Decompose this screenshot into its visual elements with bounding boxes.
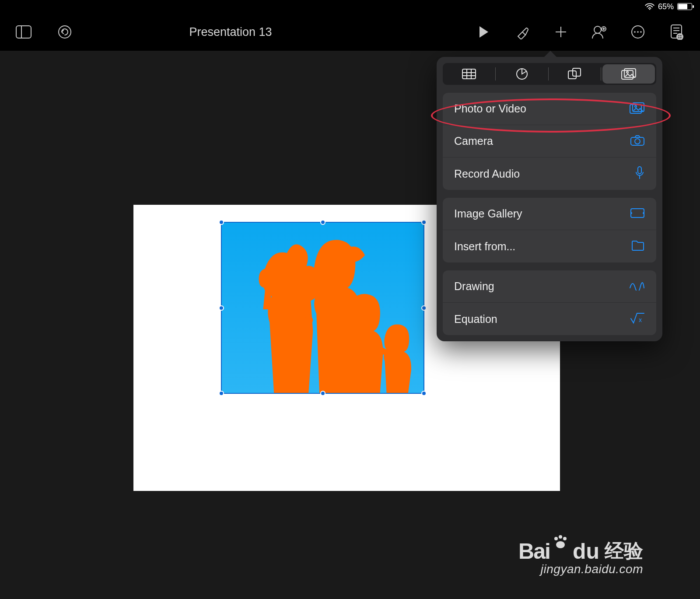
menu-label: Insert from... <box>454 240 631 253</box>
menu-equation[interactable]: Equation x <box>443 303 656 335</box>
svg-rect-21 <box>462 69 476 79</box>
menu-image-gallery[interactable]: Image Gallery <box>443 198 656 230</box>
menu-group-create: Drawing Equation x <box>443 270 656 335</box>
selected-image[interactable] <box>221 222 424 394</box>
document-title[interactable]: Presentation 13 <box>10 25 451 39</box>
scribble-icon <box>629 281 645 292</box>
menu-group-insert: Image Gallery Insert from... <box>443 198 656 263</box>
document-settings-icon[interactable] <box>668 23 685 41</box>
paw-icon <box>553 534 568 552</box>
resize-handle[interactable] <box>320 391 326 396</box>
tab-media[interactable] <box>602 64 655 84</box>
battery-icon <box>677 3 692 10</box>
svg-point-44 <box>559 535 562 539</box>
svg-point-31 <box>626 71 628 73</box>
menu-record-audio[interactable]: Record Audio <box>443 158 656 190</box>
menu-drawing[interactable]: Drawing <box>443 270 656 303</box>
resize-handle[interactable] <box>320 220 326 225</box>
insert-popover: Photo or Video Camera Record Audio I <box>437 57 662 341</box>
format-brush-icon[interactable] <box>514 23 531 41</box>
menu-label: Drawing <box>454 280 629 293</box>
battery-percent: 65% <box>658 2 674 11</box>
svg-point-40 <box>630 212 632 214</box>
svg-rect-37 <box>638 167 641 174</box>
menu-camera[interactable]: Camera <box>443 125 656 158</box>
resize-handle[interactable] <box>219 391 224 396</box>
svg-point-45 <box>563 537 567 540</box>
watermark-brand-right: du <box>573 539 599 564</box>
resize-handle[interactable] <box>421 391 427 396</box>
collaborate-icon[interactable] <box>591 23 608 41</box>
menu-label: Image Gallery <box>454 207 630 220</box>
svg-rect-39 <box>631 209 644 217</box>
camera-icon <box>630 135 645 148</box>
resize-handle[interactable] <box>219 220 224 225</box>
menu-photo-or-video[interactable]: Photo or Video <box>443 93 656 125</box>
resize-handle[interactable] <box>219 305 224 311</box>
tab-charts[interactable] <box>496 63 548 85</box>
family-silhouette <box>222 223 424 393</box>
svg-point-41 <box>643 212 644 214</box>
menu-label: Camera <box>454 135 630 147</box>
menu-group-media: Photo or Video Camera Record Audio <box>443 93 656 190</box>
tab-tables[interactable] <box>443 63 495 85</box>
svg-point-34 <box>635 105 637 107</box>
svg-point-46 <box>556 541 565 548</box>
insert-category-tabs <box>443 63 656 85</box>
insert-plus-icon[interactable] <box>552 23 570 41</box>
menu-label: Equation <box>454 313 630 326</box>
more-icon[interactable] <box>629 23 647 41</box>
wifi-icon <box>645 3 654 10</box>
watermark: Bai du 经验 jingyan.baidu.com <box>518 534 643 576</box>
gallery-icon <box>630 208 645 220</box>
play-icon[interactable] <box>475 23 493 41</box>
menu-insert-from[interactable]: Insert from... <box>443 230 656 263</box>
resize-handle[interactable] <box>421 305 427 311</box>
equation-icon: x <box>630 312 645 326</box>
folder-icon <box>631 240 645 253</box>
mic-icon <box>634 166 645 182</box>
svg-point-20 <box>304 316 313 325</box>
svg-point-43 <box>554 537 558 540</box>
svg-point-0 <box>649 9 650 10</box>
svg-point-13 <box>640 31 642 33</box>
svg-point-11 <box>634 31 636 33</box>
top-toolbar: Presentation 13 <box>0 13 700 51</box>
menu-label: Photo or Video <box>454 102 629 115</box>
svg-text:x: x <box>639 316 642 323</box>
svg-point-6 <box>594 26 601 33</box>
svg-point-12 <box>637 31 639 33</box>
svg-point-36 <box>635 139 640 144</box>
menu-label: Record Audio <box>454 168 634 180</box>
photo-video-icon <box>629 102 645 116</box>
status-bar: 65% <box>0 0 700 13</box>
watermark-brand-left: Bai <box>518 539 550 564</box>
tab-shapes[interactable] <box>549 63 601 85</box>
watermark-sub: jingyan.baidu.com <box>518 562 643 576</box>
watermark-brand-cn: 经验 <box>605 538 643 564</box>
resize-handle[interactable] <box>421 220 427 225</box>
